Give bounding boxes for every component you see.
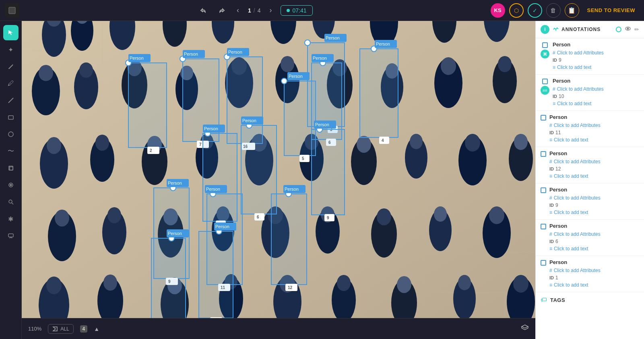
- add-attributes-button[interactable]: Click to add Attributes: [557, 50, 604, 56]
- time-dot: [287, 9, 290, 12]
- star-tool-button[interactable]: ✱: [3, 211, 19, 227]
- annotation-label: Person: [553, 42, 639, 48]
- save-button[interactable]: 📋: [565, 3, 579, 18]
- line-tool-button[interactable]: [3, 93, 19, 108]
- sum-button[interactable]: ALL: [48, 324, 73, 334]
- eye-button[interactable]: [625, 25, 631, 33]
- svg-point-66: [95, 135, 109, 151]
- user-avatar-button[interactable]: KS: [491, 3, 505, 18]
- top-center-section: ‹ 1 / 4 › 07:41: [197, 4, 313, 16]
- next-frame-button[interactable]: ›: [267, 4, 274, 16]
- svg-point-116: [458, 275, 471, 290]
- search-tool-button[interactable]: [3, 194, 19, 210]
- svg-point-62: [498, 56, 512, 72]
- id-label: ID: [549, 166, 554, 171]
- annotation-label: Person: [549, 187, 639, 193]
- time-value: 07:41: [292, 7, 306, 14]
- undo-button[interactable]: [197, 5, 209, 16]
- comment-tool-button[interactable]: [3, 228, 19, 243]
- svg-text:9: 9: [327, 216, 329, 220]
- annotation-item: Person#Click to add AttributesID11≡Click…: [536, 111, 644, 147]
- prev-frame-button[interactable]: ‹: [234, 4, 242, 16]
- svg-rect-123: [147, 147, 159, 154]
- canvas-area[interactable]: Person 2 Person 7 Person 16 Person 3: [22, 21, 535, 318]
- add-attributes-button[interactable]: Click to add Attributes: [554, 195, 601, 201]
- svg-line-2: [8, 98, 13, 103]
- rect-tool-button[interactable]: [3, 110, 19, 125]
- svg-point-209: [555, 29, 557, 31]
- text-lines-icon: ≡: [549, 173, 552, 179]
- text-lines-icon: ≡: [549, 137, 552, 143]
- annotation-label: Person: [549, 114, 639, 120]
- add-attributes-button[interactable]: Click to add Attributes: [557, 86, 604, 92]
- right-panel: i ANNOTATIONS ✏ ⌘Person#Click to add Att…: [535, 21, 644, 339]
- add-text-button[interactable]: Click to add text: [554, 246, 588, 252]
- status-dot: [616, 27, 621, 32]
- select-tool-button[interactable]: [3, 25, 19, 40]
- curve-tool-button[interactable]: 〜: [3, 144, 19, 159]
- svg-point-46: [79, 62, 93, 78]
- lasso-tool-button[interactable]: [3, 177, 19, 193]
- svg-line-13: [12, 203, 13, 204]
- id-label: ID: [553, 94, 557, 99]
- add-text-button[interactable]: Click to add text: [554, 137, 588, 143]
- svg-rect-197: [151, 238, 186, 318]
- svg-text:Person: Person: [206, 187, 220, 191]
- svg-text:Person: Person: [168, 181, 182, 185]
- bottom-toolbar: 110% ALL 4 ▲: [22, 318, 535, 339]
- delete-button[interactable]: 🗑: [546, 3, 561, 18]
- id-label: ID: [549, 130, 554, 135]
- top-right-section: KS ⬡ ✓ 🗑 📋 SEND TO REVIEW: [491, 3, 639, 18]
- magic-tool-button[interactable]: ✦: [3, 42, 19, 57]
- add-text-button[interactable]: Click to add text: [554, 210, 588, 215]
- annotation-count: 4: [80, 325, 88, 333]
- add-attributes-button[interactable]: Click to add Attributes: [554, 159, 601, 164]
- pen-tool-button[interactable]: [3, 59, 19, 74]
- layers-button[interactable]: [521, 324, 529, 334]
- annotation-item: ⌘Person#Click to add AttributesID9≡Click…: [536, 38, 644, 75]
- svg-text:Person: Person: [215, 224, 229, 229]
- brush-tool-button[interactable]: 🖊: [3, 76, 19, 91]
- id-value: 12: [555, 166, 561, 172]
- hash-icon: #: [549, 195, 552, 201]
- add-text-button[interactable]: Click to add text: [557, 64, 591, 70]
- redo-button[interactable]: [216, 5, 228, 16]
- svg-point-4: [8, 132, 13, 137]
- add-text-button[interactable]: Click to add text: [557, 101, 591, 106]
- circle-tool-button[interactable]: [3, 127, 19, 142]
- add-attributes-button[interactable]: Click to add Attributes: [554, 231, 601, 237]
- edit-icon-button[interactable]: ✏: [634, 26, 639, 33]
- svg-rect-171: [254, 213, 264, 220]
- special-annotation-icon: ⌘: [541, 50, 549, 58]
- svg-point-118: [513, 275, 528, 293]
- send-to-review-button[interactable]: SEND TO REVIEW: [583, 5, 639, 16]
- left-toolbar: ✦ 🖊 〜: [0, 21, 22, 339]
- svg-text:Person: Person: [326, 35, 340, 40]
- add-text-button[interactable]: Click to add text: [554, 282, 588, 288]
- add-attributes-button[interactable]: Click to add Attributes: [554, 268, 601, 273]
- tags-section[interactable]: 🏷 TAGS: [536, 292, 644, 308]
- add-attributes-button[interactable]: Click to add Attributes: [554, 123, 601, 128]
- svg-text:7: 7: [199, 142, 202, 147]
- time-display: 07:41: [281, 5, 312, 16]
- annotation-color-box: [541, 224, 546, 229]
- svg-text:Person: Person: [184, 52, 198, 56]
- current-page: 1: [248, 7, 251, 14]
- top-toolbar: ‹ 1 / 4 › 07:41 KS ⬡ ✓ 🗑 📋 SEND TO REVIE…: [0, 0, 644, 21]
- text-lines-icon: ≡: [549, 282, 552, 288]
- svg-point-144: [281, 78, 287, 84]
- svg-point-82: [514, 134, 528, 150]
- annotation-canvas[interactable]: Person 2 Person 7 Person 16 Person 3: [22, 21, 535, 318]
- svg-rect-14: [8, 234, 13, 237]
- svg-text:Person: Person: [315, 122, 329, 127]
- svg-text:12: 12: [288, 285, 293, 290]
- filter-all-label: ALL: [60, 326, 69, 332]
- cube-tool-button[interactable]: [3, 160, 19, 176]
- approve-button[interactable]: ✓: [528, 3, 542, 18]
- annotation-item: Person#Click to add AttributesID12≡Click…: [536, 147, 644, 183]
- svg-rect-173: [312, 129, 345, 215]
- workflow-button[interactable]: ⬡: [509, 3, 524, 18]
- add-text-button[interactable]: Click to add text: [554, 173, 588, 179]
- text-lines-icon: ≡: [549, 246, 552, 252]
- sort-up-button[interactable]: ▲: [94, 326, 99, 332]
